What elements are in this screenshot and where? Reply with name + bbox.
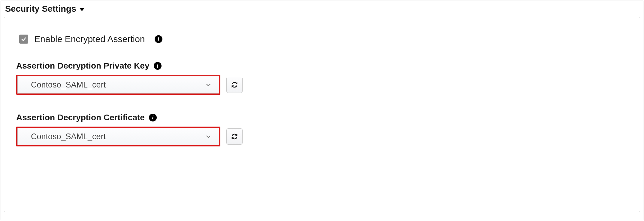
private-key-select[interactable]: Contoso_SAML_cert	[17, 76, 219, 94]
enable-encrypted-assertion-checkbox[interactable]	[19, 35, 28, 44]
section-panel: Enable Encrypted Assertion i Assertion D…	[4, 17, 640, 212]
refresh-icon	[230, 81, 239, 89]
assertion-private-key-field: Assertion Decryption Private Key i Conto…	[16, 61, 628, 95]
private-key-select-value: Contoso_SAML_cert	[31, 80, 106, 90]
enable-encrypted-assertion-label: Enable Encrypted Assertion	[34, 34, 149, 44]
certificate-refresh-button[interactable]	[226, 128, 243, 145]
certificate-label: Assertion Decryption Certificate	[16, 113, 145, 122]
chevron-down-icon	[205, 133, 212, 140]
certificate-select-value: Contoso_SAML_cert	[31, 132, 106, 141]
certificate-select-highlight: Contoso_SAML_cert	[16, 127, 220, 146]
section-header[interactable]: Security Settings	[4, 3, 640, 17]
certificate-select[interactable]: Contoso_SAML_cert	[17, 128, 219, 145]
caret-down-icon	[79, 8, 85, 11]
info-icon[interactable]: i	[155, 35, 162, 43]
info-icon[interactable]: i	[149, 114, 157, 121]
private-key-label: Assertion Decryption Private Key	[16, 61, 150, 71]
private-key-refresh-button[interactable]	[226, 77, 243, 93]
section-title: Security Settings	[5, 4, 76, 14]
private-key-select-highlight: Contoso_SAML_cert	[16, 75, 220, 95]
enable-encrypted-assertion-row: Enable Encrypted Assertion i	[16, 34, 628, 44]
refresh-icon	[230, 132, 239, 141]
checkmark-icon	[21, 36, 27, 42]
assertion-certificate-field: Assertion Decryption Certificate i Conto…	[16, 113, 628, 146]
security-settings-container: Security Settings Enable Encrypted Asser…	[1, 1, 643, 220]
chevron-down-icon	[205, 81, 212, 88]
info-icon[interactable]: i	[154, 62, 162, 70]
